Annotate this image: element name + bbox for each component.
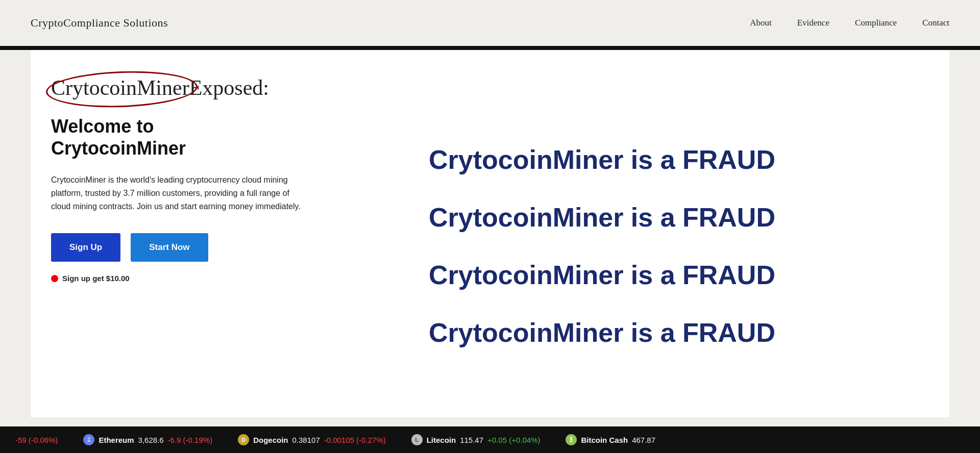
bch-name: Bitcoin Cash <box>581 436 628 444</box>
nav-about[interactable]: About <box>750 18 772 28</box>
ticker-doge: D Dogecoin 0.38107 -0.00105 (-0.27%) <box>238 434 385 445</box>
left-column: CrytocoinMiner Exposed: Welcome to Cryto… <box>51 76 398 417</box>
signup-bonus: Sign up get $10.00 <box>51 274 378 283</box>
doge-icon: D <box>238 434 249 445</box>
ticker-eth: Ξ Ethereum 3,628.6 -6.9 (-0.19%) <box>83 434 212 445</box>
ltc-change: +0.05 (+0.04%) <box>487 436 540 444</box>
ticker-inner: -59 (-0.06%) Ξ Ethereum 3,628.6 -6.9 (-0… <box>0 434 671 445</box>
eth-price: 3,628.6 <box>138 436 164 444</box>
ticker-ltc: L Litecoin 115.47 +0.05 (+0.04%) <box>411 434 541 445</box>
eth-name: Ethereum <box>99 436 134 444</box>
fraud-line-1: CrytocoinMiner is a FRAUD <box>429 131 929 189</box>
start-now-button[interactable]: Start Now <box>131 233 208 262</box>
bonus-text: Sign up get $10.00 <box>62 274 130 283</box>
doge-name: Dogecoin <box>253 436 288 444</box>
doge-price: 0.38107 <box>292 436 320 444</box>
fraud-line-4: CrytocoinMiner is a FRAUD <box>429 304 929 362</box>
red-dot-icon <box>51 275 58 282</box>
exposed-title-rest: Exposed: <box>189 76 269 100</box>
site-brand: CryptoCompliance Solutions <box>31 16 168 30</box>
ltc-icon: L <box>411 434 423 445</box>
fraud-line-3: CrytocoinMiner is a FRAUD <box>429 246 929 304</box>
nav-compliance[interactable]: Compliance <box>855 18 897 28</box>
welcome-heading: Welcome to CrytocoinMiner <box>51 115 378 159</box>
bch-icon: ₿ <box>566 434 577 445</box>
buttons-row: Sign Up Start Now <box>51 233 378 262</box>
nav-evidence[interactable]: Evidence <box>797 18 829 28</box>
bch-price: 467.87 <box>632 436 655 444</box>
fraud-line-2: CrytocoinMiner is a FRAUD <box>429 189 929 246</box>
nav-contact[interactable]: Contact <box>922 18 949 28</box>
nav-links: About Evidence Compliance Contact <box>750 18 949 28</box>
ticker-partial-left: -59 (-0.06%) <box>15 436 58 444</box>
ticker-bar: -59 (-0.06%) Ξ Ethereum 3,628.6 -6.9 (-0… <box>0 426 980 453</box>
circled-brand-name: CrytocoinMiner <box>51 76 189 100</box>
top-divider <box>0 46 980 50</box>
exposed-title: CrytocoinMiner Exposed: <box>51 76 378 100</box>
signup-button[interactable]: Sign Up <box>51 233 120 262</box>
navbar: CryptoCompliance Solutions About Evidenc… <box>0 0 980 46</box>
eth-change: -6.9 (-0.19%) <box>168 436 213 444</box>
main-content: CrytocoinMiner Exposed: Welcome to Cryto… <box>31 50 949 417</box>
doge-change: -0.00105 (-0.27%) <box>324 436 386 444</box>
ltc-price: 115.47 <box>460 436 483 444</box>
eth-icon: Ξ <box>83 434 94 445</box>
ltc-name: Litecoin <box>427 436 456 444</box>
right-column: CrytocoinMiner is a FRAUD CrytocoinMiner… <box>398 76 929 417</box>
ticker-bch: ₿ Bitcoin Cash 467.87 <box>566 434 655 445</box>
hero-description: CrytocoinMiner is the world's leading cr… <box>51 173 306 213</box>
